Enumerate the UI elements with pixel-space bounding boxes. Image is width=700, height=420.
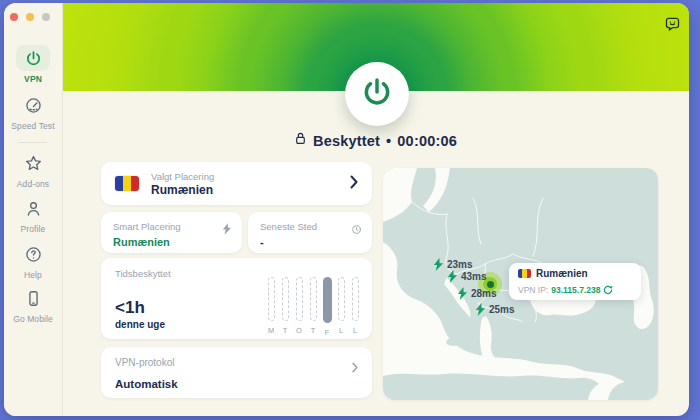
sidebar-item-label: Profile — [21, 224, 46, 234]
usage-bar: L — [350, 277, 360, 337]
lock-icon — [294, 131, 307, 150]
screen: Beskyttet • 00:00:06 VPN Speed Tes — [0, 0, 700, 420]
phone-icon — [24, 289, 43, 308]
ping-value: 28ms — [471, 288, 497, 299]
usage-bar: T — [308, 277, 318, 337]
app-window: Beskyttet • 00:00:06 VPN Speed Tes — [4, 3, 689, 416]
usage-bar: T — [280, 277, 290, 337]
selected-location-card[interactable]: Valgt Placering Rumænien — [101, 162, 372, 205]
usage-bar: O — [294, 277, 304, 337]
lightning-icon — [457, 287, 468, 300]
ping-pin[interactable]: 25ms — [475, 303, 515, 316]
day-label: T — [283, 326, 288, 335]
status-row: Beskyttet • 00:00:06 — [62, 131, 689, 150]
day-label: T — [311, 326, 316, 335]
sidebar-item-add-ons[interactable]: Add-ons — [4, 150, 62, 189]
refresh-icon[interactable] — [603, 281, 613, 299]
smart-location-card[interactable]: Smart Placering Rumænien — [101, 212, 242, 253]
power-button[interactable] — [345, 62, 409, 126]
sidebar: VPN Speed Test Add-ons Profile — [4, 3, 63, 416]
active-item-highlight — [16, 45, 50, 71]
chevron-right-icon — [350, 175, 358, 193]
clock-icon — [351, 221, 362, 239]
vpn-ip-value: 93.115.7.238 — [551, 285, 600, 295]
location-tooltip: Rumænien VPN IP: 93.115.7.238 — [509, 263, 641, 300]
speedometer-icon — [24, 96, 43, 115]
star-icon — [24, 154, 43, 173]
sidebar-divider — [19, 142, 47, 143]
sidebar-item-label: Help — [24, 270, 42, 280]
day-label: M — [268, 326, 274, 335]
question-icon — [24, 245, 43, 264]
close-window-button[interactable] — [10, 13, 18, 21]
ping-value: 25ms — [489, 304, 515, 315]
feedback-chat-icon[interactable] — [662, 14, 682, 34]
time-protected-card: Tidsbeskyttet <1h denne uge M T O T F L … — [101, 258, 372, 339]
selected-location-value: Rumænien — [151, 183, 214, 197]
sidebar-item-label: Speed Test — [11, 121, 54, 131]
sidebar-item-go-mobile[interactable]: Go Mobile — [4, 285, 62, 324]
weekly-usage-chart: M T O T F L L — [266, 277, 360, 337]
usage-bar: M — [266, 277, 276, 337]
tooltip-country: Rumænien — [536, 268, 588, 279]
minimize-window-button[interactable] — [26, 13, 34, 21]
vpn-protocol-value: Automatisk — [115, 378, 178, 390]
map-card[interactable]: 23ms 43ms 28ms 25ms Rumæ — [383, 168, 658, 400]
ping-pin[interactable]: 43ms — [447, 270, 487, 283]
day-label: O — [296, 326, 302, 335]
day-label: L — [353, 326, 357, 335]
fullscreen-window-button[interactable] — [42, 13, 50, 21]
status-label: Beskyttet — [313, 133, 380, 149]
smart-location-value: Rumænien — [113, 236, 170, 248]
sidebar-item-help[interactable]: Help — [4, 241, 62, 280]
sidebar-item-label: Go Mobile — [13, 314, 53, 324]
smart-location-label: Smart Placering — [113, 221, 181, 232]
session-timer: 00:00:06 — [397, 133, 457, 149]
power-icon — [361, 76, 393, 112]
usage-bar: F — [322, 277, 332, 337]
day-label: L — [339, 326, 343, 335]
ping-pin[interactable]: 28ms — [457, 287, 497, 300]
vpn-ip-label: VPN IP: — [518, 285, 548, 295]
time-protected-value: <1h — [115, 298, 145, 318]
ping-value: 23ms — [447, 259, 473, 270]
day-label: F — [325, 328, 330, 337]
sidebar-item-speed-test[interactable]: Speed Test — [4, 92, 62, 131]
usage-bar: L — [336, 277, 346, 337]
lightning-icon — [475, 303, 486, 316]
lightning-icon — [222, 221, 232, 239]
sidebar-item-vpn[interactable]: VPN — [4, 45, 62, 84]
sidebar-item-label: Add-ons — [17, 179, 49, 189]
sidebar-item-label: VPN — [24, 74, 42, 84]
sidebar-item-profile[interactable]: Profile — [4, 195, 62, 234]
lightning-icon — [433, 258, 444, 271]
status-separator: • — [386, 133, 391, 149]
time-protected-sublabel: denne uge — [115, 319, 165, 330]
window-controls — [10, 13, 50, 21]
time-protected-label: Tidsbeskyttet — [115, 268, 171, 279]
recent-location-value: - — [260, 236, 264, 248]
vpn-protocol-label: VPN-protokol — [115, 357, 174, 368]
chevron-right-icon — [352, 359, 358, 377]
romania-flag-icon — [518, 269, 531, 278]
power-icon — [25, 50, 42, 67]
vpn-protocol-card[interactable]: VPN-protokol Automatisk — [101, 347, 372, 398]
person-icon — [24, 199, 43, 218]
selected-location-label: Valgt Placering — [151, 171, 214, 182]
ping-value: 43ms — [461, 271, 487, 282]
lightning-icon — [447, 270, 458, 283]
romania-flag-icon — [115, 176, 139, 191]
recent-location-card[interactable]: Seneste Sted - — [248, 212, 372, 253]
recent-location-label: Seneste Sted — [260, 221, 317, 232]
